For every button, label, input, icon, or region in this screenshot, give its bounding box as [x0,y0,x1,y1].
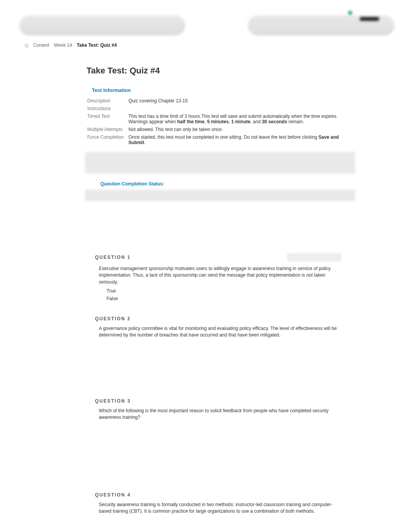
text: This test has a time limit of 3 hours.Th… [129,114,338,119]
completion-status-label: Question Completion Status: [85,173,347,190]
test-info-heading: Test Information [85,85,347,97]
home-icon[interactable]: ⌂ [25,42,29,49]
redacted-block [85,152,355,173]
info-value: This test has a time limit of 3 hours.Th… [126,112,347,126]
option-false[interactable]: False [107,296,341,302]
info-label: Multiple Attempts [85,126,126,133]
question-block: QUESTION 2 A governance policy committee… [77,307,355,343]
info-value [126,105,347,112]
redacted-header [0,0,410,39]
answer-options: True False [107,288,341,302]
question-block: QUESTION 3 Which of the following is the… [77,389,355,425]
text: remain. [287,119,304,124]
info-label: Force Completion [85,133,126,146]
question-number: QUESTION 2 [95,316,131,321]
text-italic: Executive management sponsorship [99,266,173,271]
breadcrumb-current: Take Test: Quiz #4 [77,42,117,48]
breadcrumb-link[interactable]: Week 14 [54,42,72,48]
question-text: Security awareness training is formally … [95,501,341,515]
breadcrumb: ⌂ Content Week 14 Take Test: Quiz #4 [0,39,410,51]
main-content: Take Test: Quiz #4 Test Information Desc… [77,55,355,532]
redacted-block-right [248,15,395,36]
test-info-panel: Test Information Description Quiz coveri… [77,85,355,201]
redacted-points [287,253,341,262]
page-title: Take Test: Quiz #4 [77,55,355,85]
info-value: Quiz covering Chapter 13-15 [126,97,347,105]
question-text: Which of the following is the most impor… [95,408,341,421]
info-value: Not allowed. This test can only be taken… [126,126,347,133]
text-bold: 1 minute [231,119,250,124]
breadcrumb-link[interactable]: Content [33,42,49,48]
info-value: Once started, this test must be complete… [126,133,347,146]
option-true[interactable]: True [107,288,341,294]
text: , and [250,119,262,124]
info-label: Description [85,97,126,105]
text-bold: 5 minutes [207,119,229,124]
question-text: Executive management sponsorship motivat… [95,265,341,302]
question-block: QUESTION 4 Security awareness training i… [77,483,355,519]
test-info-table: Description Quiz covering Chapter 13-15 … [85,97,347,146]
question-text: A governance policy committee is vital f… [95,325,341,339]
question-number: QUESTION 3 [95,398,131,404]
text: Once started, this test must be complete… [129,134,319,140]
text: Warnings appear when [129,119,177,124]
question-number: QUESTION 4 [95,492,131,498]
info-label: Timed Test [85,112,126,126]
info-label: Instructions [85,105,126,112]
text-bold: 30 seconds [262,119,287,124]
question-block: QUESTION 1 Executive management sponsors… [77,244,355,307]
text-bold: half the time [177,119,205,124]
text: . [144,140,145,145]
question-number: QUESTION 1 [95,255,131,260]
redacted-block [85,190,355,201]
redacted-block-left [19,15,185,36]
